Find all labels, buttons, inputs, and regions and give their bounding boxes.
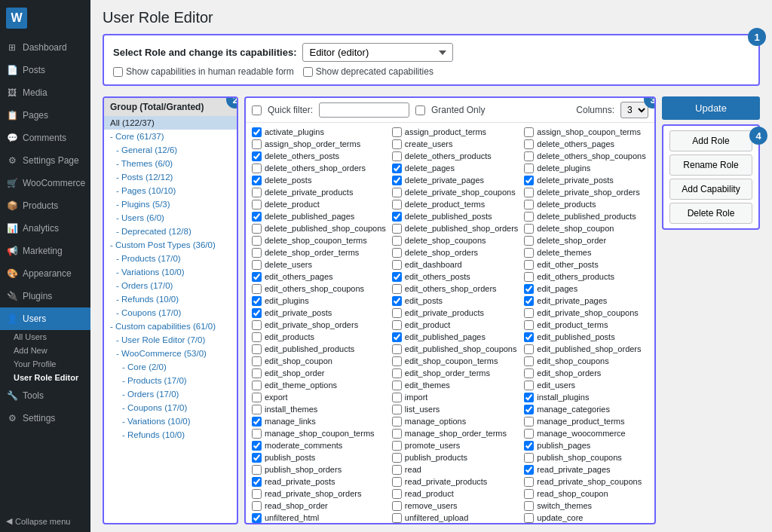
sidebar-sub-all-users[interactable]: All Users [0,330,90,344]
group-item[interactable]: - User Role Editor (7/0) [104,333,237,347]
cap-checkbox[interactable] [252,248,262,258]
cap-checkbox[interactable] [392,200,402,209]
sidebar-sub-add-new[interactable]: Add New [0,344,90,357]
cap-checkbox[interactable] [392,296,402,306]
sidebar-sub-your-profile[interactable]: Your Profile [0,357,90,371]
cap-checkbox[interactable] [392,308,402,318]
cap-checkbox[interactable] [392,260,402,270]
cap-checkbox[interactable] [392,465,402,475]
cap-checkbox[interactable] [252,332,262,342]
cap-checkbox[interactable] [524,260,534,270]
group-item[interactable]: - Variations (10/0) [104,414,237,428]
group-item[interactable]: - Pages (10/10) [104,184,237,197]
sidebar-item-pages[interactable]: 📋 Pages [0,104,90,127]
cap-checkbox[interactable] [252,200,262,209]
cap-checkbox[interactable] [524,320,534,330]
group-item[interactable]: - Coupons (17/0) [104,306,237,320]
cap-checkbox[interactable] [392,212,402,222]
cap-checkbox[interactable] [524,344,534,354]
cap-checkbox[interactable] [252,224,262,234]
cap-checkbox[interactable] [392,381,402,390]
cap-checkbox[interactable] [524,296,534,306]
cap-checkbox[interactable] [392,176,402,185]
group-item[interactable]: - Orders (17/0) [104,387,237,401]
cap-checkbox[interactable] [524,489,534,499]
group-item[interactable]: - Variations (10/0) [104,265,237,279]
add-capability-button[interactable]: Add Capability [669,179,752,200]
cap-checkbox[interactable] [392,501,402,511]
cap-checkbox[interactable] [252,139,262,149]
cap-checkbox[interactable] [392,453,402,463]
cap-checkbox[interactable] [392,151,402,161]
cap-checkbox[interactable] [252,393,262,402]
group-item[interactable]: - Custom capabilities (61/0) [104,320,237,333]
cap-checkbox[interactable] [252,489,262,499]
cap-checkbox[interactable] [252,176,262,185]
sidebar-sub-user-role-editor[interactable]: User Role Editor [0,371,90,384]
cap-checkbox[interactable] [392,188,402,197]
cap-checkbox[interactable] [252,429,262,439]
delete-role-button[interactable]: Delete Role [669,203,752,224]
cap-checkbox[interactable] [524,393,534,402]
cap-checkbox[interactable] [392,513,402,523]
cap-checkbox[interactable] [252,441,262,451]
sidebar-item-tools[interactable]: 🔧 Tools [0,384,90,407]
columns-select[interactable]: 3 2 4 [620,102,648,118]
cap-checkbox[interactable] [524,176,534,185]
cap-checkbox[interactable] [524,151,534,161]
cap-checkbox[interactable] [524,127,534,137]
cap-checkbox[interactable] [252,477,262,487]
cap-checkbox[interactable] [252,453,262,463]
cap-checkbox[interactable] [392,248,402,258]
sidebar-item-plugins[interactable]: 🔌 Plugins [0,285,90,307]
sidebar-item-comments[interactable]: 💬 Comments [0,127,90,149]
deprecated-label[interactable]: Show deprecated capabilities [303,66,433,77]
sidebar-item-marketing[interactable]: 📢 Marketing [0,240,90,262]
group-item[interactable]: - Orders (17/0) [104,279,237,292]
group-item[interactable]: - Core (61/37) [104,130,237,143]
sidebar-item-products[interactable]: 📦 Products [0,194,90,217]
cap-checkbox[interactable] [524,368,534,378]
cap-checkbox[interactable] [252,320,262,330]
cap-checkbox[interactable] [252,356,262,366]
group-item[interactable]: - Core (2/0) [104,360,237,374]
group-item[interactable]: - Custom Post Types (36/0) [104,238,237,252]
sidebar-item-users[interactable]: 👤 Users [0,307,90,330]
cap-checkbox[interactable] [392,429,402,439]
cap-checkbox[interactable] [524,188,534,197]
cap-checkbox[interactable] [252,127,262,137]
cap-checkbox[interactable] [524,164,534,173]
cap-checkbox[interactable] [392,236,402,246]
cap-checkbox[interactable] [524,236,534,246]
cap-checkbox[interactable] [252,212,262,222]
cap-checkbox[interactable] [252,501,262,511]
group-item[interactable]: - Refunds (10/0) [104,428,237,442]
cap-checkbox[interactable] [524,453,534,463]
cap-checkbox[interactable] [392,489,402,499]
sidebar-item-dashboard[interactable]: ⊞ Dashboard [0,36,90,59]
cap-checkbox[interactable] [252,284,262,294]
cap-checkbox[interactable] [524,284,534,294]
cap-checkbox[interactable] [392,477,402,487]
group-item[interactable]: - Posts (12/12) [104,170,237,184]
cap-checkbox[interactable] [392,356,402,366]
cap-checkbox[interactable] [252,188,262,197]
sidebar-item-posts[interactable]: 📄 Posts [0,59,90,81]
cap-checkbox[interactable] [252,368,262,378]
group-item[interactable]: - WooCommerce (53/0) [104,347,237,360]
human-readable-label[interactable]: Show capabilities in human readable form [113,66,294,77]
cap-checkbox[interactable] [524,441,534,451]
cap-checkbox[interactable] [392,224,402,234]
cap-checkbox[interactable] [252,260,262,270]
cap-checkbox[interactable] [524,405,534,414]
cap-checkbox[interactable] [392,441,402,451]
sidebar-item-media[interactable]: 🖼 Media [0,81,90,104]
cap-checkbox[interactable] [252,236,262,246]
cap-checkbox[interactable] [524,477,534,487]
cap-checkbox[interactable] [252,151,262,161]
role-select-dropdown[interactable]: Editor (editor) Administrator Author Con… [302,43,453,62]
cap-checkbox[interactable] [252,164,262,173]
cap-checkbox[interactable] [524,356,534,366]
cap-checkbox[interactable] [252,272,262,282]
quick-filter-input[interactable] [319,102,409,118]
